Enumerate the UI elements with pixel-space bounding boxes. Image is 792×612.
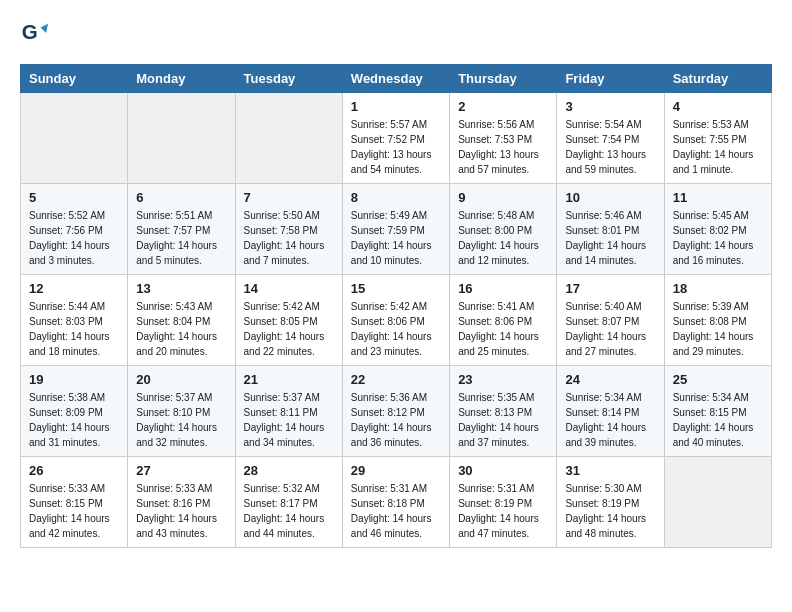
day-info: Sunrise: 5:42 AMSunset: 8:06 PMDaylight:… xyxy=(351,299,441,359)
weekday-header-thursday: Thursday xyxy=(450,65,557,93)
calendar-cell: 22Sunrise: 5:36 AMSunset: 8:12 PMDayligh… xyxy=(342,366,449,457)
day-number: 22 xyxy=(351,372,441,387)
day-number: 10 xyxy=(565,190,655,205)
day-number: 20 xyxy=(136,372,226,387)
calendar-week-row: 26Sunrise: 5:33 AMSunset: 8:15 PMDayligh… xyxy=(21,457,772,548)
day-info: Sunrise: 5:37 AMSunset: 8:11 PMDaylight:… xyxy=(244,390,334,450)
day-info: Sunrise: 5:54 AMSunset: 7:54 PMDaylight:… xyxy=(565,117,655,177)
calendar-table: SundayMondayTuesdayWednesdayThursdayFrid… xyxy=(20,64,772,548)
calendar-cell: 11Sunrise: 5:45 AMSunset: 8:02 PMDayligh… xyxy=(664,184,771,275)
day-number: 19 xyxy=(29,372,119,387)
day-number: 28 xyxy=(244,463,334,478)
weekday-header-saturday: Saturday xyxy=(664,65,771,93)
day-info: Sunrise: 5:31 AMSunset: 8:19 PMDaylight:… xyxy=(458,481,548,541)
calendar-cell: 20Sunrise: 5:37 AMSunset: 8:10 PMDayligh… xyxy=(128,366,235,457)
logo-icon: G xyxy=(20,20,48,48)
calendar-cell: 28Sunrise: 5:32 AMSunset: 8:17 PMDayligh… xyxy=(235,457,342,548)
day-number: 29 xyxy=(351,463,441,478)
logo: G xyxy=(20,20,52,48)
calendar-week-row: 19Sunrise: 5:38 AMSunset: 8:09 PMDayligh… xyxy=(21,366,772,457)
day-number: 2 xyxy=(458,99,548,114)
calendar-cell: 2Sunrise: 5:56 AMSunset: 7:53 PMDaylight… xyxy=(450,93,557,184)
calendar-cell: 14Sunrise: 5:42 AMSunset: 8:05 PMDayligh… xyxy=(235,275,342,366)
day-info: Sunrise: 5:52 AMSunset: 7:56 PMDaylight:… xyxy=(29,208,119,268)
calendar-cell: 26Sunrise: 5:33 AMSunset: 8:15 PMDayligh… xyxy=(21,457,128,548)
day-info: Sunrise: 5:35 AMSunset: 8:13 PMDaylight:… xyxy=(458,390,548,450)
day-number: 7 xyxy=(244,190,334,205)
calendar-cell: 27Sunrise: 5:33 AMSunset: 8:16 PMDayligh… xyxy=(128,457,235,548)
day-info: Sunrise: 5:41 AMSunset: 8:06 PMDaylight:… xyxy=(458,299,548,359)
day-number: 24 xyxy=(565,372,655,387)
calendar-cell: 12Sunrise: 5:44 AMSunset: 8:03 PMDayligh… xyxy=(21,275,128,366)
calendar-cell: 30Sunrise: 5:31 AMSunset: 8:19 PMDayligh… xyxy=(450,457,557,548)
calendar-cell: 21Sunrise: 5:37 AMSunset: 8:11 PMDayligh… xyxy=(235,366,342,457)
day-number: 31 xyxy=(565,463,655,478)
calendar-cell: 16Sunrise: 5:41 AMSunset: 8:06 PMDayligh… xyxy=(450,275,557,366)
day-info: Sunrise: 5:53 AMSunset: 7:55 PMDaylight:… xyxy=(673,117,763,177)
calendar-cell: 25Sunrise: 5:34 AMSunset: 8:15 PMDayligh… xyxy=(664,366,771,457)
day-number: 25 xyxy=(673,372,763,387)
calendar-cell: 31Sunrise: 5:30 AMSunset: 8:19 PMDayligh… xyxy=(557,457,664,548)
day-info: Sunrise: 5:34 AMSunset: 8:15 PMDaylight:… xyxy=(673,390,763,450)
calendar-cell: 13Sunrise: 5:43 AMSunset: 8:04 PMDayligh… xyxy=(128,275,235,366)
day-number: 17 xyxy=(565,281,655,296)
day-info: Sunrise: 5:42 AMSunset: 8:05 PMDaylight:… xyxy=(244,299,334,359)
weekday-header-row: SundayMondayTuesdayWednesdayThursdayFrid… xyxy=(21,65,772,93)
calendar-cell: 15Sunrise: 5:42 AMSunset: 8:06 PMDayligh… xyxy=(342,275,449,366)
calendar-cell xyxy=(21,93,128,184)
day-number: 18 xyxy=(673,281,763,296)
calendar-cell: 9Sunrise: 5:48 AMSunset: 8:00 PMDaylight… xyxy=(450,184,557,275)
day-info: Sunrise: 5:32 AMSunset: 8:17 PMDaylight:… xyxy=(244,481,334,541)
calendar-cell xyxy=(235,93,342,184)
page-header: G xyxy=(20,20,772,48)
calendar-cell: 6Sunrise: 5:51 AMSunset: 7:57 PMDaylight… xyxy=(128,184,235,275)
calendar-cell: 18Sunrise: 5:39 AMSunset: 8:08 PMDayligh… xyxy=(664,275,771,366)
weekday-header-monday: Monday xyxy=(128,65,235,93)
day-info: Sunrise: 5:34 AMSunset: 8:14 PMDaylight:… xyxy=(565,390,655,450)
day-info: Sunrise: 5:51 AMSunset: 7:57 PMDaylight:… xyxy=(136,208,226,268)
day-number: 16 xyxy=(458,281,548,296)
day-info: Sunrise: 5:38 AMSunset: 8:09 PMDaylight:… xyxy=(29,390,119,450)
calendar-cell: 10Sunrise: 5:46 AMSunset: 8:01 PMDayligh… xyxy=(557,184,664,275)
day-number: 11 xyxy=(673,190,763,205)
weekday-header-sunday: Sunday xyxy=(21,65,128,93)
day-info: Sunrise: 5:31 AMSunset: 8:18 PMDaylight:… xyxy=(351,481,441,541)
day-number: 6 xyxy=(136,190,226,205)
svg-marker-1 xyxy=(41,24,48,33)
calendar-cell: 24Sunrise: 5:34 AMSunset: 8:14 PMDayligh… xyxy=(557,366,664,457)
calendar-cell: 7Sunrise: 5:50 AMSunset: 7:58 PMDaylight… xyxy=(235,184,342,275)
day-info: Sunrise: 5:36 AMSunset: 8:12 PMDaylight:… xyxy=(351,390,441,450)
calendar-cell: 1Sunrise: 5:57 AMSunset: 7:52 PMDaylight… xyxy=(342,93,449,184)
day-number: 27 xyxy=(136,463,226,478)
day-number: 23 xyxy=(458,372,548,387)
day-info: Sunrise: 5:46 AMSunset: 8:01 PMDaylight:… xyxy=(565,208,655,268)
day-number: 13 xyxy=(136,281,226,296)
weekday-header-friday: Friday xyxy=(557,65,664,93)
calendar-cell xyxy=(664,457,771,548)
day-info: Sunrise: 5:30 AMSunset: 8:19 PMDaylight:… xyxy=(565,481,655,541)
calendar-cell: 23Sunrise: 5:35 AMSunset: 8:13 PMDayligh… xyxy=(450,366,557,457)
svg-text:G: G xyxy=(22,20,38,43)
calendar-cell: 5Sunrise: 5:52 AMSunset: 7:56 PMDaylight… xyxy=(21,184,128,275)
day-number: 1 xyxy=(351,99,441,114)
day-number: 9 xyxy=(458,190,548,205)
calendar-week-row: 1Sunrise: 5:57 AMSunset: 7:52 PMDaylight… xyxy=(21,93,772,184)
day-info: Sunrise: 5:33 AMSunset: 8:15 PMDaylight:… xyxy=(29,481,119,541)
day-number: 3 xyxy=(565,99,655,114)
day-info: Sunrise: 5:40 AMSunset: 8:07 PMDaylight:… xyxy=(565,299,655,359)
calendar-week-row: 12Sunrise: 5:44 AMSunset: 8:03 PMDayligh… xyxy=(21,275,772,366)
calendar-cell: 4Sunrise: 5:53 AMSunset: 7:55 PMDaylight… xyxy=(664,93,771,184)
day-info: Sunrise: 5:45 AMSunset: 8:02 PMDaylight:… xyxy=(673,208,763,268)
day-info: Sunrise: 5:50 AMSunset: 7:58 PMDaylight:… xyxy=(244,208,334,268)
calendar-cell xyxy=(128,93,235,184)
day-number: 5 xyxy=(29,190,119,205)
day-number: 4 xyxy=(673,99,763,114)
day-info: Sunrise: 5:44 AMSunset: 8:03 PMDaylight:… xyxy=(29,299,119,359)
day-info: Sunrise: 5:49 AMSunset: 7:59 PMDaylight:… xyxy=(351,208,441,268)
day-number: 12 xyxy=(29,281,119,296)
weekday-header-tuesday: Tuesday xyxy=(235,65,342,93)
day-info: Sunrise: 5:39 AMSunset: 8:08 PMDaylight:… xyxy=(673,299,763,359)
day-number: 14 xyxy=(244,281,334,296)
day-number: 26 xyxy=(29,463,119,478)
calendar-cell: 3Sunrise: 5:54 AMSunset: 7:54 PMDaylight… xyxy=(557,93,664,184)
